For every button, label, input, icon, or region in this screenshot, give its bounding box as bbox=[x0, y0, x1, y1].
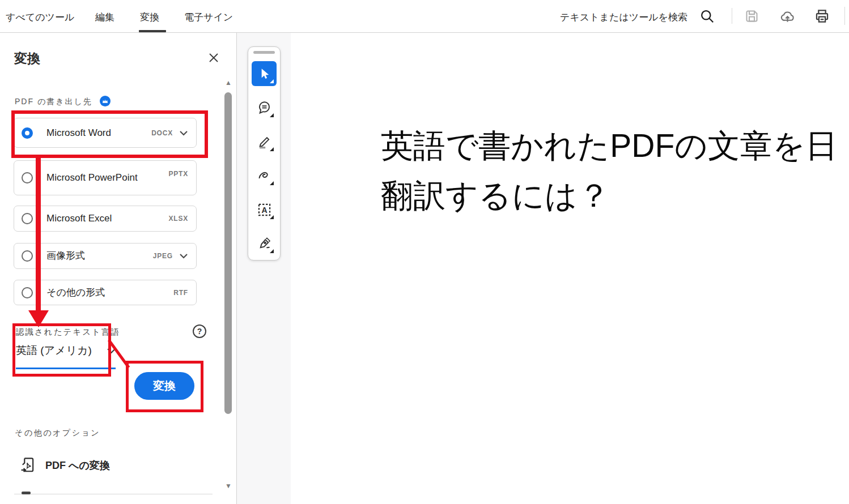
select-tool-button[interactable] bbox=[252, 61, 277, 86]
cloud-upload-icon[interactable] bbox=[780, 8, 795, 24]
document-viewer: 英語で書かれたPDFの文章を日 翻訳するには？ bbox=[237, 33, 849, 504]
text-box-tool-button[interactable]: A bbox=[252, 197, 277, 222]
radio-selected-icon[interactable] bbox=[22, 127, 33, 139]
close-icon[interactable] bbox=[207, 51, 220, 65]
language-dropdown[interactable]: 英語 (アメリカ) bbox=[16, 343, 117, 358]
recognized-text-language-label: 認識されたテキスト言語 bbox=[16, 327, 120, 338]
next-item-icon-stub bbox=[22, 492, 31, 494]
submenu-corner bbox=[270, 215, 274, 219]
tab-edit[interactable]: 編集 bbox=[95, 11, 114, 24]
convert-to-pdf-icon bbox=[19, 456, 36, 475]
save-icon[interactable] bbox=[744, 8, 759, 24]
submenu-corner bbox=[270, 181, 274, 185]
help-icon[interactable]: ? bbox=[193, 324, 206, 338]
premium-crown-icon bbox=[100, 96, 111, 106]
export-option-word[interactable]: Microsoft Word DOCX bbox=[14, 118, 197, 148]
scroll-up-icon[interactable]: ▲ bbox=[225, 79, 232, 87]
highlight-tool-button[interactable] bbox=[252, 129, 277, 154]
export-option-powerpoint[interactable]: Microsoft PowerPoint PPTX bbox=[14, 160, 197, 195]
convert-to-pdf-item[interactable]: PDF への変換 bbox=[19, 456, 110, 475]
panel-scrollbar-thumb[interactable] bbox=[224, 92, 232, 414]
acrobat-window: すべてのツール 編集 変換 電子サイン テキストまたはツールを検索 変換 bbox=[0, 0, 849, 504]
format-badge: XLSX bbox=[168, 215, 188, 223]
more-options-label: その他のオプション bbox=[15, 428, 100, 438]
submenu-corner bbox=[270, 79, 274, 83]
option-label: Microsoft Excel bbox=[46, 210, 112, 227]
chevron-down-icon bbox=[107, 348, 116, 354]
radio-icon[interactable] bbox=[22, 213, 33, 224]
tab-convert[interactable]: 変換 bbox=[140, 11, 159, 24]
section-divider bbox=[14, 494, 213, 494]
language-value: 英語 (アメリカ) bbox=[16, 344, 92, 356]
comment-tool-button[interactable] bbox=[252, 95, 277, 120]
chevron-down-icon[interactable] bbox=[179, 130, 188, 136]
radio-icon[interactable] bbox=[22, 172, 33, 183]
search-icon[interactable] bbox=[699, 8, 715, 24]
language-dropdown-underline bbox=[16, 368, 116, 369]
submenu-corner bbox=[270, 147, 274, 151]
pdf-page: 英語で書かれたPDFの文章を日 翻訳するには？ bbox=[291, 33, 849, 504]
export-destination-label: PDF の書き出し先 bbox=[15, 97, 92, 107]
convert-panel: 変換 PDF の書き出し先 Microsoft Word DOCX Micros… bbox=[0, 33, 236, 504]
search-text-or-tools-field[interactable]: テキストまたはツールを検索 bbox=[560, 11, 687, 24]
convert-to-pdf-label: PDF への変換 bbox=[45, 459, 110, 472]
format-badge: JPEG bbox=[153, 252, 173, 260]
option-label: Microsoft PowerPoint bbox=[46, 169, 138, 186]
radio-icon[interactable] bbox=[22, 287, 33, 298]
convert-button[interactable]: 変換 bbox=[134, 372, 194, 400]
radio-icon[interactable] bbox=[22, 250, 33, 262]
format-badge: DOCX bbox=[151, 129, 173, 137]
submenu-corner bbox=[270, 113, 274, 117]
option-label: 画像形式 bbox=[46, 247, 85, 264]
format-badge: PPTX bbox=[168, 170, 188, 178]
panel-title: 変換 bbox=[14, 50, 40, 67]
export-option-excel[interactable]: Microsoft Excel XLSX bbox=[14, 206, 197, 232]
toolbar-drag-handle[interactable] bbox=[253, 51, 275, 54]
svg-text:A: A bbox=[261, 205, 267, 214]
panel-divider bbox=[236, 33, 237, 504]
help-glyph: ? bbox=[197, 327, 202, 336]
submenu-corner bbox=[270, 249, 274, 253]
tab-all-tools[interactable]: すべてのツール bbox=[6, 11, 74, 24]
quick-tools-toolbar: A bbox=[248, 46, 281, 260]
option-label: その他の形式 bbox=[46, 284, 105, 301]
chevron-down-icon[interactable] bbox=[179, 253, 188, 259]
option-label: Microsoft Word bbox=[46, 125, 111, 142]
top-toolbar: すべてのツール 編集 変換 電子サイン テキストまたはツールを検索 bbox=[0, 0, 849, 33]
draw-tool-button[interactable] bbox=[252, 163, 277, 188]
fill-sign-tool-button[interactable] bbox=[252, 231, 277, 256]
tab-e-sign[interactable]: 電子サイン bbox=[184, 11, 233, 24]
document-text: 英語で書かれたPDFの文章を日 翻訳するには？ bbox=[381, 121, 838, 220]
export-option-image[interactable]: 画像形式 JPEG bbox=[14, 243, 197, 269]
scroll-down-icon[interactable]: ▼ bbox=[225, 482, 232, 490]
active-tab-underline bbox=[139, 30, 166, 32]
export-option-other[interactable]: その他の形式 RTF bbox=[14, 280, 197, 305]
print-icon[interactable] bbox=[814, 8, 830, 24]
toolbar-divider bbox=[844, 7, 845, 25]
format-badge: RTF bbox=[173, 289, 188, 297]
toolbar-divider bbox=[732, 8, 732, 24]
